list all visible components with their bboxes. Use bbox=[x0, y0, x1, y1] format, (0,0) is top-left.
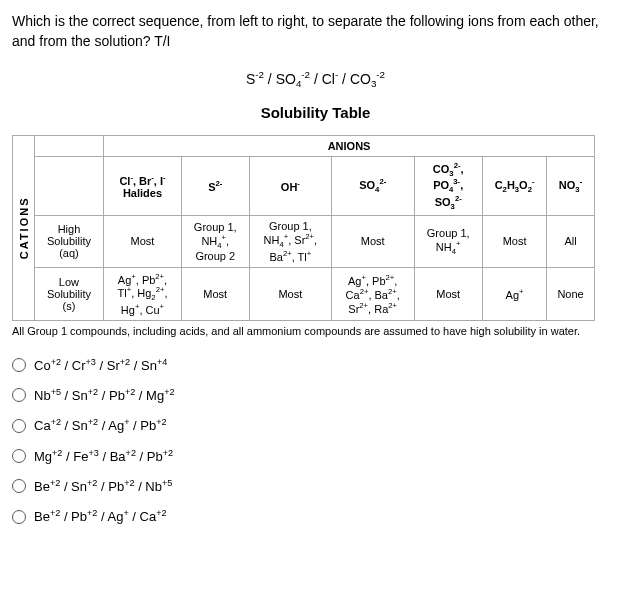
col-oh: OH- bbox=[249, 156, 331, 216]
solubility-table: CATIONS ANIONS Cl-, Br-, I-Halides S2- O… bbox=[12, 135, 595, 321]
col-halides: Cl-, Br-, I-Halides bbox=[104, 156, 181, 216]
row-high-label: HighSolubility(aq) bbox=[34, 216, 104, 268]
cations-header: CATIONS bbox=[13, 135, 35, 320]
table-title: Solubility Table bbox=[12, 104, 619, 121]
row-low-label: LowSolubility(s) bbox=[34, 267, 104, 320]
option-f[interactable]: Be+2 / Pb+2 / Ag+ / Ca+2 bbox=[12, 508, 619, 524]
col-co3: CO32-,PO43-,SO32- bbox=[414, 156, 482, 216]
radio-icon[interactable] bbox=[12, 388, 26, 402]
cell-high-no3: All bbox=[547, 216, 594, 268]
option-a[interactable]: Co+2 / Cr+3 / Sr+2 / Sn+4 bbox=[12, 357, 619, 373]
option-b[interactable]: Nb+5 / Sn+2 / Pb+2 / Mg+2 bbox=[12, 387, 619, 403]
cell-high-co3: Group 1,NH4+ bbox=[414, 216, 482, 268]
col-no3: NO3- bbox=[547, 156, 594, 216]
table-footnote: All Group 1 compounds, including acids, … bbox=[12, 325, 619, 337]
option-a-label: Co+2 / Cr+3 / Sr+2 / Sn+4 bbox=[34, 357, 167, 373]
radio-icon[interactable] bbox=[12, 510, 26, 524]
radio-icon[interactable] bbox=[12, 479, 26, 493]
cell-high-so4: Most bbox=[331, 216, 414, 268]
col-so4: SO42- bbox=[331, 156, 414, 216]
cell-low-oh: Most bbox=[249, 267, 331, 320]
radio-icon[interactable] bbox=[12, 449, 26, 463]
question-text: Which is the correct sequence, from left… bbox=[12, 12, 619, 51]
radio-icon[interactable] bbox=[12, 419, 26, 433]
given-ions-formula: S-2 / SO4-2 / Cl- / CO3-2 bbox=[12, 69, 619, 89]
anions-header: ANIONS bbox=[104, 135, 594, 156]
row-high-solubility: HighSolubility(aq) Most Group 1,NH4+,Gro… bbox=[13, 216, 595, 268]
cell-low-acet: Ag+ bbox=[482, 267, 547, 320]
col-blank bbox=[34, 156, 104, 216]
empty-corner bbox=[34, 135, 104, 156]
option-f-label: Be+2 / Pb+2 / Ag+ / Ca+2 bbox=[34, 508, 167, 524]
option-e-label: Be+2 / Sn+2 / Pb+2 / Nb+5 bbox=[34, 478, 172, 494]
cell-low-s2: Most bbox=[181, 267, 249, 320]
option-c-label: Ca+2 / Sn+2 / Ag+ / Pb+2 bbox=[34, 417, 167, 433]
cell-high-s2: Group 1,NH4+,Group 2 bbox=[181, 216, 249, 268]
radio-icon[interactable] bbox=[12, 358, 26, 372]
cell-low-so4: Ag+, Pb2+,Ca2+, Ba2+,Sr2+, Ra2+ bbox=[331, 267, 414, 320]
option-b-label: Nb+5 / Sn+2 / Pb+2 / Mg+2 bbox=[34, 387, 175, 403]
col-acetate: C2H3O2- bbox=[482, 156, 547, 216]
cell-high-halides: Most bbox=[104, 216, 181, 268]
cell-high-acet: Most bbox=[482, 216, 547, 268]
cell-high-oh: Group 1,NH4+, Sr2+,Ba2+, Tl+ bbox=[249, 216, 331, 268]
cell-low-halides: Ag+, Pb2+,Tl+, Hg22+,Hg+, Cu+ bbox=[104, 267, 181, 320]
row-low-solubility: LowSolubility(s) Ag+, Pb2+,Tl+, Hg22+,Hg… bbox=[13, 267, 595, 320]
cell-low-co3: Most bbox=[414, 267, 482, 320]
option-c[interactable]: Ca+2 / Sn+2 / Ag+ / Pb+2 bbox=[12, 417, 619, 433]
option-d-label: Mg+2 / Fe+3 / Ba+2 / Pb+2 bbox=[34, 448, 173, 464]
option-e[interactable]: Be+2 / Sn+2 / Pb+2 / Nb+5 bbox=[12, 478, 619, 494]
option-d[interactable]: Mg+2 / Fe+3 / Ba+2 / Pb+2 bbox=[12, 448, 619, 464]
cell-low-no3: None bbox=[547, 267, 594, 320]
col-s2: S2- bbox=[181, 156, 249, 216]
